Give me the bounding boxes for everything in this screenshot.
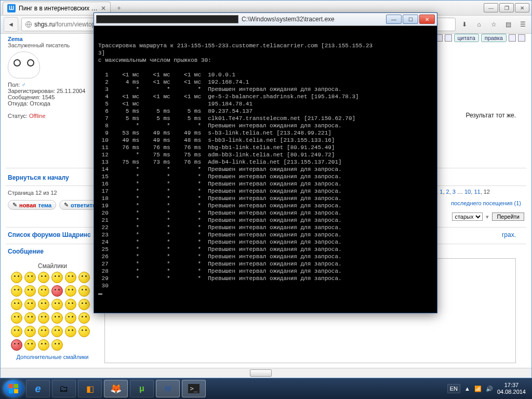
- bookmark-icon[interactable]: ☆: [488, 19, 499, 30]
- tab-close-icon[interactable]: ✕: [101, 5, 106, 12]
- smiley-icon[interactable]: [24, 285, 36, 297]
- language-indicator[interactable]: EN: [447, 384, 460, 393]
- page-link[interactable]: 3: [453, 189, 456, 195]
- quote-button[interactable]: цитата: [454, 34, 479, 42]
- page-link[interactable]: 2: [446, 189, 449, 195]
- tray-volume-icon[interactable]: 🔊: [486, 385, 493, 392]
- smiley-icon[interactable]: [51, 299, 63, 310]
- gender-icon: ♂: [21, 82, 25, 88]
- svg-rect-3: [9, 389, 13, 393]
- home-icon[interactable]: ⌂: [473, 19, 485, 30]
- downloads-icon[interactable]: ⬇: [459, 19, 470, 30]
- smiley-icon[interactable]: [78, 285, 90, 297]
- smiley-icon[interactable]: [78, 272, 90, 283]
- smiley-icon[interactable]: [78, 312, 90, 324]
- scrollbar-thumb[interactable]: [250, 369, 272, 377]
- page-info: Страница 12 из 12: [8, 190, 57, 196]
- back-button[interactable]: ◄: [4, 17, 18, 32]
- taskbar-firefox[interactable]: 🦊: [104, 380, 128, 397]
- smiley-icon[interactable]: [38, 299, 49, 310]
- globe-icon: [25, 21, 32, 28]
- smiley-icon[interactable]: [51, 339, 63, 351]
- smiley-icon[interactable]: [38, 326, 49, 337]
- menu-icon[interactable]: ☰: [517, 19, 528, 30]
- post-opt-icon[interactable]: [445, 34, 452, 42]
- svg-rect-2: [14, 384, 18, 388]
- smiley-icon[interactable]: [78, 299, 90, 310]
- tracert-window: C:\Windows\system32\tracert.exe — ☐ ✕ Тр…: [94, 12, 437, 313]
- window-close-button[interactable]: ✕: [515, 3, 529, 12]
- smiley-icon[interactable]: [24, 312, 36, 324]
- taskbar-utorrent[interactable]: μ: [130, 380, 154, 397]
- bookmarks-menu-icon[interactable]: ▤: [502, 19, 514, 30]
- tracert-close-button[interactable]: ✕: [419, 15, 435, 24]
- smiley-icon[interactable]: [24, 326, 36, 337]
- forum-tail: грах.: [502, 231, 516, 238]
- since-last-visit-link[interactable]: последнего посещения (1): [451, 200, 521, 206]
- more-smilies-link[interactable]: Дополнительные смайлики: [11, 354, 94, 360]
- edit-button[interactable]: правка: [481, 34, 507, 42]
- smiley-icon[interactable]: [11, 339, 22, 351]
- taskbar-app[interactable]: ◧: [78, 380, 102, 397]
- smiley-icon[interactable]: [24, 339, 36, 351]
- tab-favicon-icon: Ш: [7, 4, 16, 12]
- smiley-icon[interactable]: [11, 326, 22, 337]
- page-link[interactable]: 11: [474, 189, 480, 195]
- smiley-icon[interactable]: [78, 326, 90, 337]
- post-opt-icon[interactable]: [509, 34, 516, 42]
- page-link[interactable]: 1: [440, 189, 443, 195]
- horizontal-scrollbar[interactable]: [1, 368, 531, 378]
- taskbar-cmd[interactable]: >_: [182, 380, 206, 397]
- taskbar-explorer[interactable]: 🗂: [52, 380, 76, 397]
- smiley-icon[interactable]: [65, 285, 76, 297]
- clock[interactable]: 17:37 04.08.2014: [497, 382, 526, 395]
- smiley-icon[interactable]: [24, 299, 36, 310]
- smilies-title: Смайлики: [11, 262, 94, 270]
- taskbar-word[interactable]: W: [156, 380, 180, 397]
- tracert-minimize-button[interactable]: —: [386, 15, 402, 24]
- smiley-icon[interactable]: [11, 272, 22, 283]
- tracert-maximize-button[interactable]: ☐: [403, 15, 418, 24]
- back-to-top-link[interactable]: Вернуться к началу: [8, 174, 69, 181]
- smiley-icon[interactable]: [11, 285, 22, 297]
- new-tab-button[interactable]: ＋: [112, 3, 126, 14]
- taskbar-ie[interactable]: e: [26, 380, 50, 397]
- new-topic-button[interactable]: ✎ новая тема: [8, 200, 56, 210]
- smiley-icon[interactable]: [11, 299, 22, 310]
- forum-index-link[interactable]: Список форумов Шадринс: [8, 231, 91, 238]
- smiley-icon[interactable]: [65, 312, 76, 324]
- smiley-icon[interactable]: [24, 272, 36, 283]
- smiley-icon[interactable]: [38, 272, 49, 283]
- smiley-icon[interactable]: [38, 285, 49, 297]
- start-button[interactable]: [3, 380, 24, 397]
- tracert-title-text: C:\Windows\system32\tracert.exe: [242, 16, 383, 23]
- smiley-icon[interactable]: [65, 326, 76, 337]
- sort-select[interactable]: старых: [452, 212, 483, 221]
- user-name-link[interactable]: Zema: [8, 36, 23, 42]
- post-opt-icon[interactable]: [518, 34, 525, 42]
- page-link[interactable]: 10: [464, 189, 471, 195]
- taskbar: e 🗂 ◧ 🦊 μ W >_ EN ▲ 📶 🔊 17:37 04.08.2014: [0, 378, 532, 399]
- smiley-icon[interactable]: [51, 312, 63, 324]
- window-maximize-button[interactable]: ❐: [499, 3, 514, 12]
- smiley-icon[interactable]: [11, 312, 22, 324]
- window-minimize-button[interactable]: —: [484, 3, 498, 12]
- smiley-icon[interactable]: [51, 326, 63, 337]
- post-body-text: Результат тот же.: [466, 112, 516, 119]
- tray-network-icon[interactable]: 📶: [474, 385, 482, 392]
- smiley-icon[interactable]: [51, 272, 63, 283]
- svg-rect-1: [9, 384, 13, 388]
- go-button[interactable]: Перейти: [492, 212, 524, 221]
- user-avatar: [8, 51, 40, 78]
- smiley-icon[interactable]: [38, 339, 49, 351]
- smiley-icon[interactable]: [65, 299, 76, 310]
- tracert-titlebar[interactable]: C:\Windows\system32\tracert.exe — ☐ ✕: [94, 13, 437, 26]
- tracert-output: Трассировка маршрута к 213-155-155-233.c…: [94, 32, 437, 307]
- tray-flag-icon[interactable]: ▲: [464, 385, 470, 392]
- user-rank: Заслуженный писатель: [8, 42, 70, 48]
- tab-title: Пинг в в интернетовских …: [19, 5, 98, 12]
- user-panel: Zema Заслуженный писатель Пол: ♂ Зарегис…: [8, 36, 91, 119]
- smiley-icon[interactable]: [38, 312, 49, 324]
- smiley-icon[interactable]: [51, 285, 63, 297]
- smiley-icon[interactable]: [65, 272, 76, 283]
